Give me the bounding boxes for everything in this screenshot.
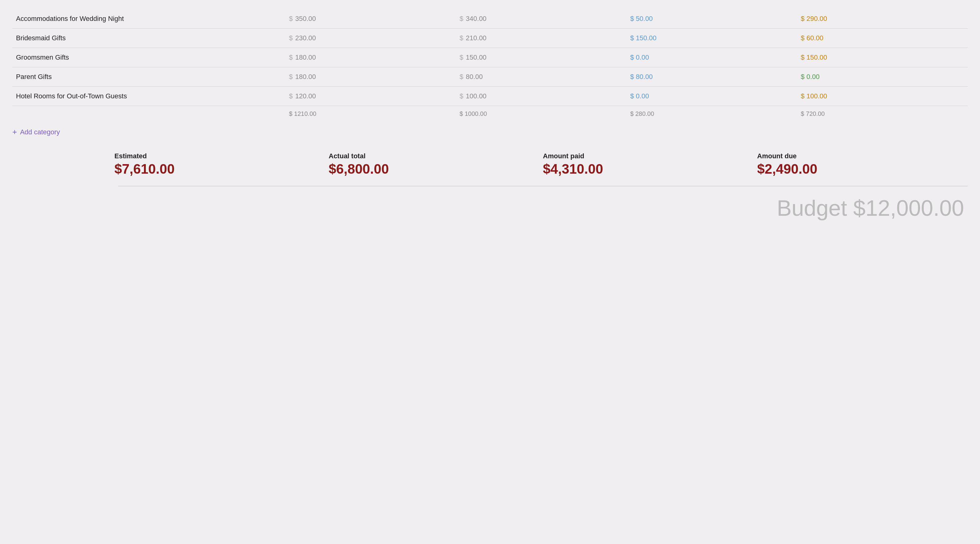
summary-actual-value: $6,800.00 (329, 161, 536, 177)
actual-amount: $340.00 (456, 9, 627, 29)
summary-paid-label: Amount paid (543, 152, 750, 160)
dollar-icon: $ (460, 54, 463, 61)
estimated-amount: $350.00 (285, 9, 456, 29)
table-row: Hotel Rooms for Out-of-Town Guests $120.… (12, 87, 968, 106)
subtotal-due: $ 720.00 (797, 106, 968, 122)
table-row: Parent Gifts $180.00 $80.00 $ 80.00 $ 0.… (12, 67, 968, 87)
plus-icon: + (12, 127, 17, 137)
summary-paid: Amount paid $4,310.00 (539, 149, 754, 180)
summary-columns: Estimated $7,610.00 Actual total $6,800.… (12, 149, 968, 180)
summary-section: Estimated $7,610.00 Actual total $6,800.… (12, 149, 968, 224)
due-amount: $ 100.00 (797, 87, 968, 106)
summary-actual-label: Actual total (329, 152, 536, 160)
subtotal-actual: $ 1000.00 (456, 106, 627, 122)
subtotals-row: $ 1210.00 $ 1000.00 $ 280.00 $ 720.00 (12, 106, 968, 122)
table-row: Accommodations for Wedding Night $350.00… (12, 9, 968, 29)
summary-paid-value: $4,310.00 (543, 161, 750, 177)
dollar-icon: $ (289, 54, 293, 61)
due-amount: $ 150.00 (797, 48, 968, 67)
due-amount: $ 60.00 (797, 29, 968, 48)
dollar-icon: $ (460, 34, 463, 42)
add-category-button[interactable]: + Add category (12, 122, 968, 146)
due-amount: $ 0.00 (797, 67, 968, 87)
line-items-table: Accommodations for Wedding Night $350.00… (12, 9, 968, 122)
subtotal-estimated: $ 1210.00 (285, 106, 456, 122)
table-row: Groomsmen Gifts $180.00 $150.00 $ 0.00 $… (12, 48, 968, 67)
dollar-icon: $ (289, 73, 293, 81)
table-row: Bridesmaid Gifts $230.00 $210.00 $ 150.0… (12, 29, 968, 48)
budget-container: Accommodations for Wedding Night $350.00… (12, 9, 968, 224)
dollar-icon: $ (460, 92, 463, 100)
subtotals-empty (12, 106, 285, 122)
item-name: Groomsmen Gifts (12, 48, 285, 67)
item-name: Parent Gifts (12, 67, 285, 87)
dollar-icon: $ (289, 34, 293, 42)
summary-due-label: Amount due (757, 152, 964, 160)
estimated-amount: $120.00 (285, 87, 456, 106)
paid-amount: $ 80.00 (627, 67, 797, 87)
summary-actual: Actual total $6,800.00 (325, 149, 539, 180)
budget-total-label: Budget $12,000.00 (777, 195, 964, 220)
paid-amount: $ 0.00 (627, 87, 797, 106)
actual-amount: $80.00 (456, 67, 627, 87)
actual-amount: $210.00 (456, 29, 627, 48)
paid-amount: $ 0.00 (627, 48, 797, 67)
due-amount: $ 290.00 (797, 9, 968, 29)
paid-amount: $ 150.00 (627, 29, 797, 48)
estimated-amount: $180.00 (285, 48, 456, 67)
summary-estimated: Estimated $7,610.00 (111, 149, 325, 180)
dollar-icon: $ (460, 73, 463, 81)
estimated-amount: $230.00 (285, 29, 456, 48)
actual-amount: $100.00 (456, 87, 627, 106)
summary-estimated-label: Estimated (115, 152, 321, 160)
paid-amount: $ 50.00 (627, 9, 797, 29)
estimated-amount: $180.00 (285, 67, 456, 87)
summary-due: Amount due $2,490.00 (754, 149, 968, 180)
summary-due-value: $2,490.00 (757, 161, 964, 177)
dollar-icon: $ (289, 92, 293, 100)
summary-estimated-value: $7,610.00 (115, 161, 321, 177)
summary-divider (118, 186, 968, 186)
actual-amount: $150.00 (456, 48, 627, 67)
budget-total-row: Budget $12,000.00 (12, 189, 968, 224)
dollar-icon: $ (289, 15, 293, 22)
dollar-icon: $ (460, 15, 463, 22)
item-name: Accommodations for Wedding Night (12, 9, 285, 29)
item-name: Hotel Rooms for Out-of-Town Guests (12, 87, 285, 106)
item-name: Bridesmaid Gifts (12, 29, 285, 48)
subtotal-paid: $ 280.00 (627, 106, 797, 122)
summary-empty-col (12, 149, 111, 180)
add-category-label: Add category (20, 128, 60, 136)
